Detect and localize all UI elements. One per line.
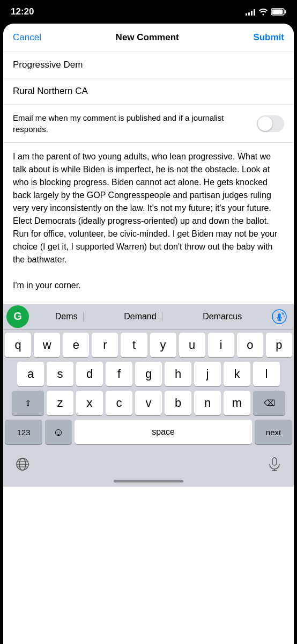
key-d[interactable]: d xyxy=(76,362,103,386)
numbers-key[interactable]: 123 xyxy=(5,420,42,444)
svg-point-6 xyxy=(283,313,284,314)
keyboard-row-4: 123 ☺ space next xyxy=(5,420,292,444)
keyboard-row-1: q w e r t y u i o p xyxy=(5,333,292,357)
key-i[interactable]: i xyxy=(208,333,234,357)
backspace-key[interactable]: ⌫ xyxy=(253,391,285,415)
key-t[interactable]: t xyxy=(121,333,147,357)
signal-icon xyxy=(246,8,255,16)
key-r[interactable]: r xyxy=(92,333,118,357)
suggestion-2[interactable]: Demand xyxy=(118,312,162,321)
key-b[interactable]: b xyxy=(165,391,191,415)
next-key[interactable]: next xyxy=(255,420,292,444)
key-a[interactable]: a xyxy=(17,362,44,386)
key-v[interactable]: v xyxy=(135,391,162,415)
home-indicator xyxy=(3,480,294,487)
key-s[interactable]: s xyxy=(47,362,73,386)
status-bar: 12:20 xyxy=(0,0,297,24)
autocorrect-bar: G Dems Demand Demarcus xyxy=(3,304,294,330)
suggestion-1[interactable]: Dems xyxy=(50,312,84,321)
key-n[interactable]: n xyxy=(194,391,221,415)
key-q[interactable]: q xyxy=(5,333,31,357)
field-progressive-dem[interactable]: Progressive Dem xyxy=(3,52,294,78)
key-k[interactable]: k xyxy=(224,362,250,386)
email-notification-toggle[interactable] xyxy=(257,115,284,132)
cancel-button[interactable]: Cancel xyxy=(13,32,41,43)
svg-rect-2 xyxy=(272,10,283,14)
wifi-icon xyxy=(258,8,268,16)
key-l[interactable]: l xyxy=(253,362,280,386)
content-area: Progressive Dem Rural Northern CA Email … xyxy=(3,52,294,304)
bottom-bar xyxy=(3,451,294,480)
email-notification-label: Email me when my comment is published an… xyxy=(13,112,257,135)
battery-icon xyxy=(271,8,286,16)
key-w[interactable]: w xyxy=(34,333,60,357)
svg-rect-14 xyxy=(272,458,277,465)
phone-frame: Cancel New Comment Submit Progressive De… xyxy=(3,24,294,644)
key-j[interactable]: j xyxy=(194,362,221,386)
key-f[interactable]: f xyxy=(106,362,132,386)
comment-content: I am the parent of two young adults, who… xyxy=(13,152,277,290)
keyboard-row-3: ⇧ z x c v b n m ⌫ xyxy=(5,391,292,415)
key-o[interactable]: o xyxy=(237,333,263,357)
svg-point-7 xyxy=(284,316,285,317)
key-u[interactable]: u xyxy=(179,333,205,357)
key-z[interactable]: z xyxy=(47,391,73,415)
toggle-knob xyxy=(258,116,272,131)
grammarly-icon[interactable]: G xyxy=(6,305,29,328)
mic-icon[interactable] xyxy=(268,305,291,328)
status-time: 12:20 xyxy=(11,6,34,17)
space-key[interactable]: space xyxy=(75,420,252,444)
email-notification-row: Email me when my comment is published an… xyxy=(3,105,294,143)
comment-text-field[interactable]: I am the parent of two young adults, who… xyxy=(3,143,294,304)
key-e[interactable]: e xyxy=(63,333,89,357)
key-c[interactable]: c xyxy=(106,391,132,415)
key-p[interactable]: p xyxy=(266,333,292,357)
key-y[interactable]: y xyxy=(150,333,176,357)
suggestion-3[interactable]: Demarcus xyxy=(197,312,247,321)
status-icons xyxy=(246,8,286,16)
nav-bar: Cancel New Comment Submit xyxy=(3,24,294,52)
key-m[interactable]: m xyxy=(224,391,250,415)
key-g[interactable]: g xyxy=(135,362,162,386)
home-bar xyxy=(114,480,183,482)
svg-point-8 xyxy=(282,312,283,313)
keyboard-row-2: a s d f g h j k l xyxy=(5,362,292,386)
emoji-key[interactable]: ☺ xyxy=(45,420,72,444)
submit-button[interactable]: Submit xyxy=(253,32,284,43)
key-x[interactable]: x xyxy=(76,391,103,415)
keyboard: q w e r t y u i o p a s d f g h j k l ⇧ … xyxy=(3,330,294,451)
key-h[interactable]: h xyxy=(165,362,191,386)
globe-icon[interactable] xyxy=(14,456,31,473)
svg-rect-1 xyxy=(285,10,286,13)
autocorrect-suggestions: Dems Demand Demarcus xyxy=(32,312,265,321)
voice-input-icon[interactable] xyxy=(266,456,283,473)
field-location[interactable]: Rural Northern CA xyxy=(3,78,294,105)
page-title: New Comment xyxy=(116,32,179,43)
shift-key[interactable]: ⇧ xyxy=(12,391,44,415)
